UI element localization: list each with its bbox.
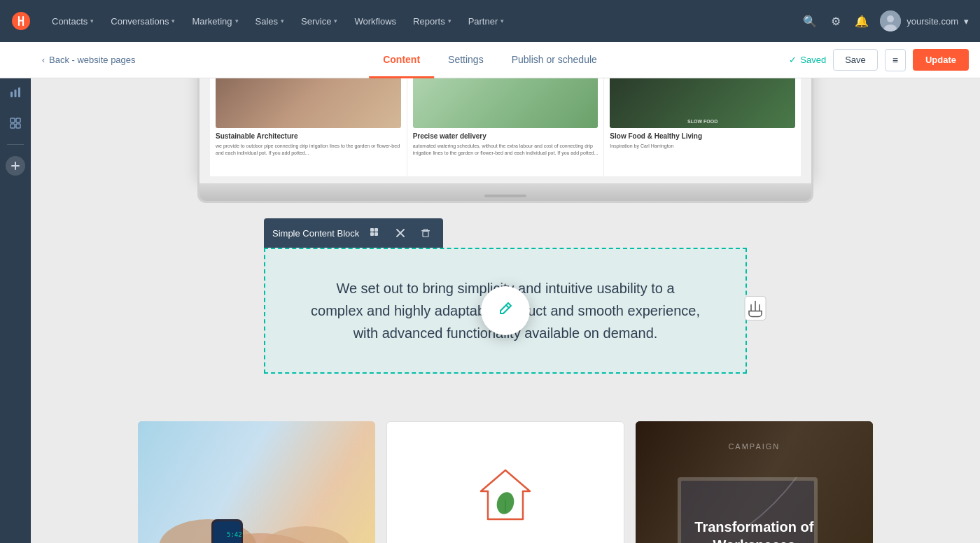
menu-lines-icon: ≡ (892, 55, 898, 66)
tablet-image-3: SLOW FOOD (610, 78, 795, 128)
content-block-area: Simple Content Block (264, 218, 747, 374)
check-icon: ✓ (789, 55, 797, 65)
tablet-col-title-2: Precise water delivery (413, 132, 598, 140)
card-campaign-title: Transformation ofWorkspaces (694, 518, 813, 543)
nav-items: Contacts ▾ Conversations ▾ Marketing ▾ S… (45, 12, 800, 31)
tablet-body: Sustainable Architecture we provide to o… (197, 78, 813, 183)
svg-rect-6 (10, 92, 13, 97)
svg-rect-10 (16, 118, 20, 122)
card-watch: 5:42 (138, 421, 375, 543)
main-content: Sustainable Architecture we provide to o… (31, 78, 980, 543)
svg-rect-11 (10, 124, 15, 128)
chevron-down-icon: ▾ (281, 17, 284, 24)
user-menu[interactable]: yoursite.com ▾ (880, 10, 969, 31)
tablet-col-3: SLOW FOOD Slow Food & Healthy Living Ins… (604, 78, 801, 176)
block-title: Simple Content Block (272, 228, 359, 239)
block-module-icon[interactable] (366, 224, 384, 242)
sidebar-add-button[interactable] (6, 156, 25, 176)
card-campaign-label: Campaign (728, 442, 780, 451)
chevron-down-icon: ▾ (90, 17, 94, 24)
svg-rect-7 (15, 90, 17, 97)
saved-indicator: ✓ Saved (789, 55, 826, 65)
chevron-down-icon: ▾ (448, 17, 451, 24)
svg-rect-14 (374, 228, 378, 232)
secondary-tabs: Content Settings Publish or schedule (369, 42, 611, 78)
save-button[interactable]: Save (833, 49, 878, 71)
notifications-icon[interactable]: 🔔 (852, 12, 872, 31)
pencil-icon (496, 299, 514, 323)
nav-contacts[interactable]: Contacts ▾ (45, 12, 101, 31)
tablet-col-text-2: automated watering schedules, without th… (413, 143, 598, 157)
settings-icon[interactable]: ⚙ (828, 12, 844, 31)
nav-sales[interactable]: Sales ▾ (248, 12, 292, 31)
house-icon (463, 460, 547, 533)
svg-rect-9 (10, 118, 15, 122)
svg-rect-13 (370, 228, 374, 232)
back-link[interactable]: ‹ Back - website pages (42, 55, 136, 65)
secondary-bar: ‹ Back - website pages Content Settings … (0, 42, 980, 78)
user-domain: yoursite.com (906, 16, 958, 27)
tablet-image-2 (413, 78, 598, 128)
tablet-bottom-bar (197, 183, 813, 203)
tablet-mockup: Sustainable Architecture we provide to o… (197, 78, 813, 197)
secondary-actions: ✓ Saved Save ≡ Update (789, 49, 969, 71)
svg-text:5:42: 5:42 (227, 531, 242, 538)
top-navigation: Contacts ▾ Conversations ▾ Marketing ▾ S… (0, 0, 980, 42)
block-toolbar: Simple Content Block (264, 218, 443, 248)
nav-right: 🔍 ⚙ 🔔 yoursite.com ▾ (800, 10, 969, 31)
tablet-col-title-1: Sustainable Architecture (216, 132, 401, 140)
svg-rect-12 (16, 124, 20, 128)
tablet-col-title-3: Slow Food & Healthy Living (610, 132, 795, 140)
tablet-col-1: Sustainable Architecture we provide to o… (210, 78, 407, 176)
svg-rect-20 (138, 421, 375, 543)
chevron-down-icon: ▾ (172, 17, 175, 24)
nav-workflows[interactable]: Workflows (347, 12, 403, 31)
tablet-col-subtitle-3: Inspiration by Carl Harrington (610, 143, 795, 150)
card-campaign: Campaign Transformation ofWorkspaces (636, 421, 873, 543)
svg-rect-15 (370, 232, 374, 236)
page-preview: Sustainable Architecture we provide to o… (31, 78, 980, 543)
left-sidebar (0, 42, 31, 543)
tab-publish[interactable]: Publish or schedule (498, 43, 611, 78)
svg-rect-16 (374, 232, 378, 236)
chevron-down-icon: ▾ (500, 17, 504, 24)
bottom-cards: 5:42 New Channel (138, 421, 873, 543)
cursor-hand-icon (744, 296, 766, 326)
block-close-icon[interactable] (391, 224, 410, 242)
update-button[interactable]: Update (913, 49, 969, 71)
nav-conversations[interactable]: Conversations ▾ (104, 12, 182, 31)
search-icon[interactable]: 🔍 (800, 12, 820, 31)
svg-rect-8 (18, 87, 20, 97)
svg-rect-19 (745, 297, 766, 320)
tab-content[interactable]: Content (369, 43, 434, 78)
watch-photo: 5:42 (138, 421, 375, 543)
sidebar-box-icon[interactable] (3, 111, 28, 136)
chevron-down-icon: ▾ (964, 16, 969, 27)
chevron-left-icon: ‹ (42, 55, 45, 65)
svg-point-2 (887, 15, 894, 22)
nav-partner[interactable]: Partner ▾ (461, 12, 512, 31)
tablet-col-text-1: we provide to outdoor pipe connecting dr… (216, 143, 401, 157)
tablet-col-2: Precise water delivery automated waterin… (407, 78, 605, 176)
card-new-channel: New Channel (386, 421, 624, 543)
nav-marketing[interactable]: Marketing ▾ (185, 12, 245, 31)
svg-rect-18 (423, 232, 428, 237)
tablet-screen: Sustainable Architecture we provide to o… (210, 78, 801, 176)
content-block[interactable]: We set out to bring simplicity and intui… (264, 248, 747, 374)
hubspot-logo[interactable] (11, 11, 31, 31)
sidebar-divider (7, 144, 24, 145)
nav-service[interactable]: Service ▾ (294, 12, 344, 31)
edit-circle[interactable] (481, 286, 530, 335)
tablet-screen-content: Sustainable Architecture we provide to o… (210, 78, 801, 176)
tablet-image-1 (216, 78, 401, 128)
avatar (880, 10, 901, 31)
block-delete-icon[interactable] (416, 224, 435, 242)
chevron-down-icon: ▾ (334, 17, 337, 24)
nav-reports[interactable]: Reports ▾ (406, 12, 458, 31)
tab-settings[interactable]: Settings (434, 43, 498, 78)
chevron-down-icon: ▾ (235, 17, 239, 24)
menu-button[interactable]: ≡ (885, 49, 906, 71)
sidebar-chart-icon[interactable] (3, 80, 28, 105)
